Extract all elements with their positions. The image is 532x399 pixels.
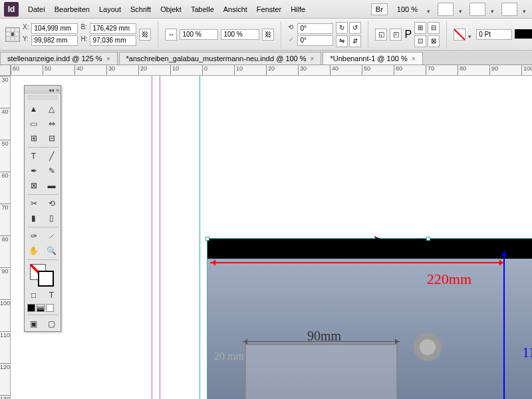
type-tool[interactable]: T	[25, 149, 43, 164]
ruler-origin[interactable]	[0, 65, 11, 76]
stroke-style-swatch[interactable]	[515, 29, 532, 39]
placed-image-frame[interactable]: 220mm 90mm 20 mm 45mm 114 mm	[207, 238, 532, 399]
toolbox-grip[interactable]	[27, 95, 58, 100]
selection-handle[interactable]	[426, 237, 430, 241]
menu-layout[interactable]: Layout	[99, 5, 121, 13]
normal-view-button[interactable]: ▣	[25, 317, 43, 331]
shear-field[interactable]: 0°	[297, 35, 333, 46]
tab-unbenannt[interactable]: *Unbenannt-1 @ 100 %×	[323, 52, 422, 65]
pen-tool[interactable]: ✒	[25, 164, 43, 178]
select-container-icon[interactable]: ◱	[375, 29, 387, 41]
guide-vertical[interactable]	[160, 76, 160, 399]
collapse-icon[interactable]: ◂◂	[49, 87, 54, 93]
center-icon[interactable]: ⊡	[414, 35, 426, 47]
fit-frame-icon[interactable]: ⊞	[414, 22, 426, 34]
pencil-tool[interactable]: ✎	[43, 164, 61, 178]
reference-point-selector[interactable]	[5, 27, 20, 42]
rotate-field[interactable]: 0°	[297, 23, 333, 34]
fill-stroke-control[interactable]	[25, 261, 61, 288]
format-container-tool[interactable]: □	[25, 288, 43, 303]
gradient-feather-tool[interactable]: ▯	[43, 211, 61, 225]
gradient-swatch-tool[interactable]: ▮	[25, 211, 43, 225]
guide-vertical[interactable]	[200, 76, 200, 399]
fill-swatch[interactable]	[454, 29, 466, 41]
chevron-down-icon[interactable]	[491, 7, 496, 12]
canvas[interactable]: 220mm 90mm 20 mm 45mm 114 mm	[11, 76, 532, 399]
zoom-level-display[interactable]: 100 %	[393, 4, 422, 15]
close-icon[interactable]: ×	[412, 55, 416, 63]
chevron-down-icon[interactable]	[523, 7, 528, 12]
h-field[interactable]: 97,036 mm	[90, 35, 136, 46]
x-field[interactable]: 104,999 mm	[31, 23, 78, 34]
page-tool[interactable]: ▭	[25, 116, 43, 131]
w-field[interactable]: 176,429 mm	[90, 23, 136, 34]
tab-label: *anschreiben_galabau_mustermann-neu.indd…	[126, 55, 307, 63]
stroke-weight-field[interactable]: 0 Pt	[476, 29, 512, 40]
close-icon[interactable]: ×	[311, 55, 315, 63]
menu-ansicht[interactable]: Ansicht	[223, 5, 247, 13]
zoom-tool[interactable]: 🔍	[43, 243, 61, 258]
format-text-tool[interactable]: T	[43, 288, 61, 303]
guide-vertical[interactable]	[152, 76, 152, 399]
chevron-down-icon[interactable]	[459, 7, 464, 12]
constrain-scale-icon[interactable]: ⛓	[262, 29, 274, 41]
fit-content-icon[interactable]: ⊟	[428, 22, 440, 34]
apply-none-button[interactable]	[46, 304, 54, 312]
rotate-cw-icon[interactable]: ↻	[336, 22, 348, 34]
rotate-ccw-icon[interactable]: ↺	[349, 22, 361, 34]
scale-y-field[interactable]: 100 %	[221, 29, 259, 40]
scale-x-icon: ↔	[165, 29, 177, 41]
menu-bar: Id Datei Bearbeiten Layout Schrift Objek…	[0, 0, 532, 19]
y-label: Y:	[23, 35, 29, 46]
stroke-color[interactable]	[38, 271, 54, 287]
chevron-down-icon[interactable]	[427, 7, 432, 12]
ruler-tick: 40	[74, 65, 106, 75]
toolbox-header[interactable]: ◂◂×	[25, 86, 61, 94]
note-tool[interactable]: ✑	[25, 229, 43, 243]
tab-stellenanzeige[interactable]: stellenanzeige.indd @ 125 %×	[0, 52, 118, 65]
close-icon[interactable]: ×	[56, 87, 59, 93]
rectangle-frame-tool[interactable]: ⊠	[25, 178, 43, 193]
arrange-button[interactable]	[469, 3, 485, 16]
selection-tool[interactable]: ▲	[25, 102, 43, 116]
menu-hilfe[interactable]: Hilfe	[291, 5, 305, 13]
apply-gradient-button[interactable]	[37, 304, 45, 312]
menu-schrift[interactable]: Schrift	[130, 5, 151, 13]
horizontal-ruler[interactable]: 6050403020100102030405060708090100110120…	[11, 65, 532, 76]
menu-tabelle[interactable]: Tabelle	[191, 5, 214, 13]
y-field[interactable]: 99,982 mm	[31, 35, 78, 46]
workspace-button[interactable]	[501, 3, 517, 16]
ruler-tick: 70	[0, 203, 10, 235]
menu-bearbeiten[interactable]: Bearbeiten	[55, 5, 90, 13]
content-placer-tool[interactable]: ⊟	[43, 131, 61, 146]
scissors-tool[interactable]: ✂	[25, 196, 43, 211]
selection-handle[interactable]	[205, 237, 209, 241]
constrain-link-icon[interactable]: ⛓	[139, 29, 151, 41]
fill-frame-icon[interactable]: ⊠	[428, 35, 440, 47]
content-collector-tool[interactable]: ⊞	[25, 131, 43, 146]
dimension-line-114	[503, 251, 505, 399]
hand-tool[interactable]: ✋	[25, 243, 43, 258]
flip-v-icon[interactable]: ⇵	[349, 35, 361, 47]
line-tool[interactable]: ╱	[43, 149, 61, 164]
apply-color-button[interactable]	[27, 304, 35, 312]
vertical-ruler[interactable]: 30405060708090100110120130140	[0, 76, 11, 399]
chevron-down-icon[interactable]	[468, 32, 473, 37]
rectangle-tool[interactable]: ▬	[43, 178, 61, 193]
scale-x-field[interactable]: 100 %	[180, 29, 218, 40]
free-transform-tool[interactable]: ⟲	[43, 196, 61, 211]
menu-datei[interactable]: Datei	[28, 5, 45, 13]
screen-mode-button[interactable]	[438, 3, 454, 16]
menu-objekt[interactable]: Objekt	[160, 5, 182, 13]
flip-h-icon[interactable]: ⇋	[336, 35, 348, 47]
gap-tool[interactable]: ⇔	[43, 116, 61, 131]
close-icon[interactable]: ×	[106, 55, 110, 63]
menu-fenster[interactable]: Fenster	[257, 5, 281, 13]
image-black-header	[207, 239, 532, 259]
select-content-icon[interactable]: ◰	[390, 29, 402, 41]
bridge-button[interactable]: Br	[371, 3, 388, 15]
eyedropper-tool[interactable]: ⟋	[43, 229, 61, 243]
preview-button[interactable]: ▢	[43, 317, 61, 331]
direct-selection-tool[interactable]: △	[43, 102, 61, 116]
tab-anschreiben[interactable]: *anschreiben_galabau_mustermann-neu.indd…	[119, 52, 322, 65]
